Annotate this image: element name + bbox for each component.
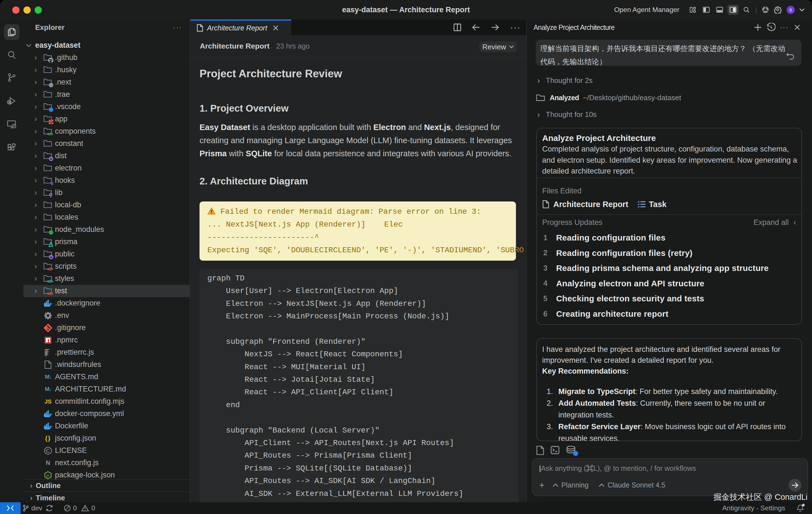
svg-text:js: js bbox=[46, 473, 49, 477]
